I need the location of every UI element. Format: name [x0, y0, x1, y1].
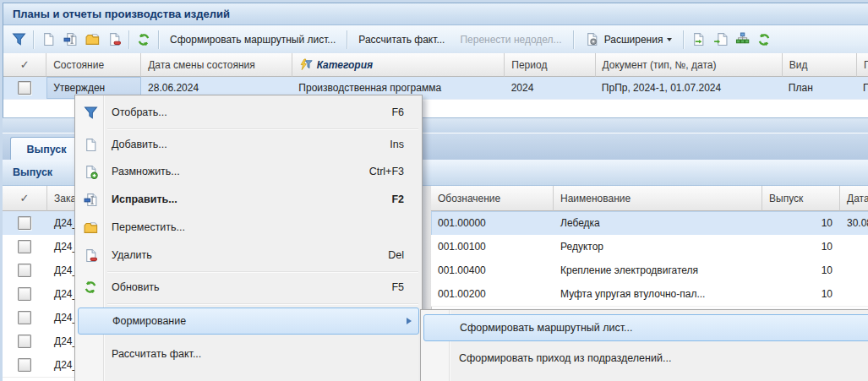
extensions-dropdown[interactable]: Расширения: [577, 29, 680, 50]
item-qty-cell: 10: [762, 259, 840, 282]
order-checkbox[interactable]: [18, 216, 31, 230]
menu-item-edit[interactable]: Исправить... F2: [78, 186, 419, 213]
checkmark-icon: ✓: [20, 192, 30, 204]
item-code-cell: 001.00400: [431, 259, 554, 282]
column-header-category[interactable]: Категория: [292, 53, 505, 77]
column-header-state-date[interactable]: Дата смены состояния: [141, 53, 292, 77]
menu-item-label: Рассчитать факт...: [112, 348, 201, 360]
filter-button[interactable]: [8, 29, 30, 51]
edit-button[interactable]: [59, 29, 81, 51]
menu-item-label: Добавить...: [112, 139, 167, 150]
refresh-arrows-icon: [756, 32, 772, 47]
move-button[interactable]: [81, 29, 103, 51]
column-header-period[interactable]: Период: [505, 53, 595, 77]
formation-submenu: Сформировать маршрутный лист... Сформиро…: [420, 309, 868, 381]
import-button[interactable]: [709, 29, 731, 51]
column-header-department[interactable]: Подразделени: [857, 53, 868, 77]
order-checkbox[interactable]: [18, 311, 31, 324]
refresh-all-button[interactable]: [753, 29, 775, 51]
order-checkbox-cell: [3, 259, 47, 282]
section-title: Выпуск: [13, 166, 52, 178]
menu-separator: [107, 271, 418, 273]
menu-item-label: Обновить: [112, 281, 160, 293]
menu-item-duplicate[interactable]: Размножить... Ctrl+F3: [78, 158, 419, 185]
menu-item-filter[interactable]: Отобрать... F6: [78, 99, 419, 126]
menu-item-label: Формирование: [112, 315, 186, 327]
filter-icon: [78, 106, 103, 120]
column-header-name[interactable]: Наименование: [554, 186, 762, 211]
item-code-cell: 001.00000: [431, 211, 554, 235]
export-document-icon: [691, 32, 706, 46]
toolbar-separator: [33, 30, 34, 49]
menu-item-label: Сформировать маршрутный лист...: [460, 322, 633, 334]
column-header-ship-date[interactable]: Дата отгру: [840, 186, 868, 211]
edit-document-icon: [63, 32, 78, 46]
calc-fact-button[interactable]: Рассчитать факт...: [351, 30, 452, 49]
document-cell: ПрПр, 2024-1, 01.07.2024: [595, 77, 782, 99]
menu-item-label: Размножить...: [112, 166, 180, 177]
item-ship-date-cell: [840, 259, 868, 282]
toolbar-separator: [683, 30, 684, 49]
structure-button[interactable]: [731, 29, 753, 51]
order-checkbox[interactable]: [18, 287, 31, 301]
add-button[interactable]: [37, 29, 59, 51]
app-root: { "window": { "title": "Планы и отчеты п…: [0, 0, 868, 381]
menu-item-add[interactable]: Добавить... Ins: [78, 131, 419, 158]
menu-item-shortcut: Ins: [390, 139, 404, 150]
menu-item-shortcut: F5: [391, 281, 404, 293]
menu-item-shortcut: F6: [391, 106, 404, 118]
export-button[interactable]: [687, 29, 709, 51]
tab-vypusk[interactable]: Выпуск: [10, 137, 83, 161]
column-header-kind[interactable]: Вид: [783, 53, 857, 77]
item-ship-date-cell: [840, 235, 868, 259]
column-header-qty[interactable]: Выпуск: [762, 186, 840, 211]
menu-item-shortcut: Del: [388, 249, 404, 261]
menu-item-formation[interactable]: Формирование: [78, 308, 419, 335]
window-titlebar: Планы и отчеты производства изделий: [3, 3, 868, 25]
menu-item-delete[interactable]: Удалить Del: [78, 242, 419, 269]
column-header-code[interactable]: Обозначение: [431, 186, 554, 211]
item-name-cell: Крепление электродвигателя: [554, 259, 762, 282]
item-row[interactable]: 001.00100 Редуктор 10: [431, 235, 868, 259]
order-checkbox[interactable]: [18, 240, 31, 253]
refresh-button[interactable]: [133, 29, 155, 51]
add-document-icon: [78, 138, 103, 152]
order-checkbox[interactable]: [18, 335, 31, 348]
extensions-gear-icon: [585, 32, 599, 46]
orders-select-all-header[interactable]: ✓: [3, 186, 47, 211]
make-route-list-button[interactable]: Сформировать маршрутный лист...: [162, 30, 343, 49]
order-checkbox[interactable]: [18, 264, 31, 277]
plans-table-header: ✓ Состояние Дата смены состояния Категор…: [3, 53, 868, 77]
column-header-document[interactable]: Документ (тип, №, дата): [596, 53, 783, 77]
item-row[interactable]: 001.00400 Крепление электродвигателя 10: [431, 259, 868, 283]
submenu-item-receipt[interactable]: Сформировать приход из подразделений...: [423, 345, 868, 372]
delete-button[interactable]: [103, 29, 125, 51]
delete-document-icon: [107, 32, 122, 46]
checkmark-icon: ✓: [20, 58, 30, 71]
window-title: Планы и отчеты производства изделий: [13, 8, 230, 20]
submenu-item-route-list[interactable]: Сформировать маршрутный лист...: [423, 314, 868, 341]
item-code-cell: 001.00200: [431, 282, 554, 306]
plans-toolbar: Сформировать маршрутный лист... Рассчита…: [3, 25, 868, 54]
column-header-state[interactable]: Состояние: [46, 53, 141, 77]
order-checkbox-cell: [3, 235, 47, 259]
move-backlog-button: Перенести недодел...: [452, 30, 569, 49]
item-code-cell: 001.00100: [431, 235, 554, 259]
move-folder-icon: [85, 32, 100, 46]
menu-item-shortcut: Ctrl+F3: [369, 166, 404, 177]
row-checkbox[interactable]: [18, 81, 31, 95]
select-all-header[interactable]: ✓: [3, 53, 46, 77]
structure-icon: [735, 32, 750, 46]
menu-item-move[interactable]: Переместить...: [78, 214, 419, 241]
menu-item-calc-fact[interactable]: Рассчитать факт...: [78, 340, 419, 367]
context-menu: Отобрать... F6 Добавить... Ins Размножит…: [74, 95, 423, 381]
submenu-arrow-icon: [407, 318, 412, 324]
category-filter-icon: [299, 58, 313, 72]
order-checkbox[interactable]: [18, 358, 31, 372]
item-row[interactable]: 001.00000 Лебедка 10 30.08.2024: [431, 211, 868, 236]
menu-item-refresh[interactable]: Обновить F5: [78, 274, 419, 301]
item-name-cell: Муфта упругая втулочно-пал...: [554, 282, 762, 306]
menu-item-label: Отобрать...: [112, 106, 167, 118]
item-name-cell: Лебедка: [554, 211, 762, 235]
item-row[interactable]: 001.00200 Муфта упругая втулочно-пал... …: [431, 282, 868, 307]
